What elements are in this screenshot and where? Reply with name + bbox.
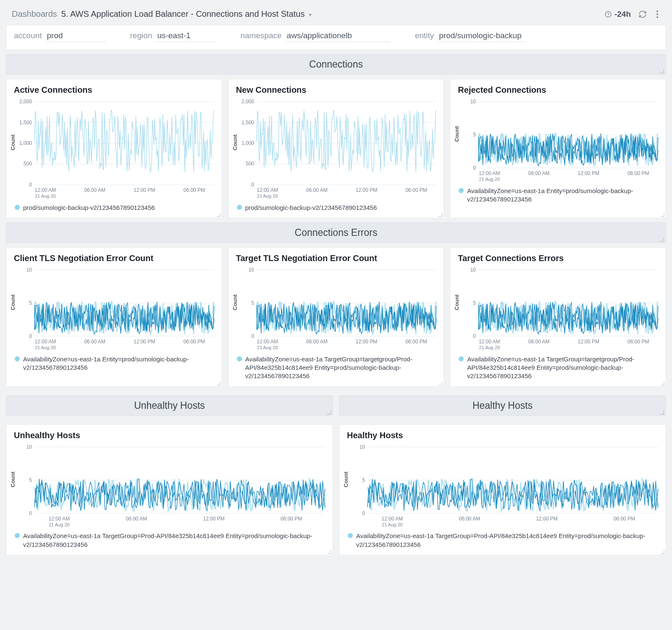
legend-swatch-icon <box>15 356 20 361</box>
svg-text:10: 10 <box>26 444 32 450</box>
line-chart[interactable]: 05001,0001,5002,000 <box>239 98 439 186</box>
line-chart[interactable]: 05001,0001,5002,000 <box>17 98 217 186</box>
x-axis-ticks: 12:00 AM21 Aug 2006:00 AM12:00 PM06:00 P… <box>453 338 663 351</box>
section-title: Connections <box>309 59 363 70</box>
y-axis-label: Count <box>342 444 350 515</box>
filter-value[interactable]: us-east-1 <box>156 31 215 42</box>
chart-legend: AvailabilityZone=us-east-1a Entity=prod/… <box>9 351 219 374</box>
line-chart[interactable]: 0510 <box>461 98 661 170</box>
svg-text:10: 10 <box>470 99 476 105</box>
resize-handle-icon[interactable] <box>661 382 664 386</box>
resize-handle-icon[interactable] <box>438 213 442 217</box>
x-axis-ticks: 12:00 AM21 Aug 2006:00 AM12:00 PM06:00 P… <box>9 338 219 351</box>
x-axis-ticks: 12:00 AM21 Aug 2006:00 AM12:00 PM06:00 P… <box>231 338 441 351</box>
kebab-menu-icon[interactable] <box>654 10 660 18</box>
resize-handle-icon[interactable] <box>327 410 331 415</box>
legend-swatch-icon <box>237 356 242 361</box>
svg-text:2,000: 2,000 <box>242 99 254 105</box>
resize-handle-icon[interactable] <box>661 213 664 217</box>
line-chart[interactable]: 0510 <box>350 444 661 515</box>
svg-text:0: 0 <box>473 165 476 170</box>
svg-point-3 <box>656 16 658 18</box>
panel-title: Target TLS Negotiation Error Count <box>231 254 441 267</box>
filter-region[interactable]: region us-east-1 <box>130 31 215 42</box>
panel-new-connections: New Connections Count 05001,0001,5002,00… <box>228 79 444 218</box>
panel-rejected-connections: Rejected Connections Count 0510 12:00 AM… <box>450 79 666 218</box>
svg-text:500: 500 <box>246 161 254 167</box>
filter-namespace[interactable]: namespace aws/applicationelb <box>240 31 390 42</box>
svg-text:10: 10 <box>360 444 365 450</box>
section-title: Healthy Hosts <box>472 400 533 411</box>
filter-value[interactable]: aws/applicationelb <box>286 31 390 42</box>
resize-handle-icon[interactable] <box>661 550 664 554</box>
resize-handle-icon[interactable] <box>217 382 220 386</box>
filter-value[interactable]: prod/sumologic-backup <box>438 31 525 42</box>
svg-text:5: 5 <box>362 477 365 483</box>
legend-swatch-icon <box>348 533 353 538</box>
svg-text:0: 0 <box>29 182 32 186</box>
x-axis-ticks: 12:00 AM21 Aug 2006:00 AM12:00 PM06:00 P… <box>342 515 663 528</box>
resize-handle-icon[interactable] <box>217 213 220 217</box>
filter-entity[interactable]: entity prod/sumologic-backup <box>415 31 525 42</box>
x-axis-ticks: 12:00 AM21 Aug 2006:00 AM12:00 PM06:00 P… <box>453 170 663 183</box>
legend-text: AvailabilityZone=us-east-1a TargetGroup=… <box>23 532 325 549</box>
line-chart[interactable]: 0510 <box>461 267 661 338</box>
svg-text:10: 10 <box>248 267 254 273</box>
filter-label: namespace <box>240 31 281 40</box>
svg-text:5: 5 <box>473 132 476 138</box>
panel-title: Unhealthy Hosts <box>9 431 330 444</box>
time-range-value: -24h <box>614 10 631 19</box>
legend-text: AvailabilityZone=us-east-1a Entity=prod/… <box>467 187 658 204</box>
svg-text:5: 5 <box>29 300 32 306</box>
refresh-icon[interactable] <box>638 10 647 18</box>
panel-unhealthy-hosts: Unhealthy Hosts Count 0510 12:00 AM21 Au… <box>6 424 333 555</box>
filter-value[interactable]: prod <box>46 31 105 42</box>
svg-text:0: 0 <box>473 333 476 338</box>
svg-text:10: 10 <box>470 267 476 273</box>
resize-handle-icon[interactable] <box>328 550 331 554</box>
resize-handle-icon[interactable] <box>660 238 664 242</box>
section-header-connections: Connections <box>6 54 666 75</box>
x-axis-ticks: 12:00 AM21 Aug 2006:00 AM12:00 PM06:00 P… <box>9 186 219 199</box>
legend-swatch-icon <box>459 356 464 361</box>
chart-legend: AvailabilityZone=us-east-1a TargetGroup=… <box>9 528 330 551</box>
resize-handle-icon[interactable] <box>438 382 442 386</box>
line-chart[interactable]: 0510 <box>17 444 328 515</box>
svg-text:0: 0 <box>251 182 254 186</box>
legend-swatch-icon <box>237 205 242 210</box>
line-chart[interactable]: 0510 <box>17 267 217 338</box>
legend-text: AvailabilityZone=us-east-1a TargetGroup=… <box>467 355 658 381</box>
line-chart[interactable]: 0510 <box>239 267 439 338</box>
y-axis-label: Count <box>9 267 17 338</box>
section-header-healthy-hosts: Healthy Hosts <box>339 395 666 416</box>
section-header-unhealthy-hosts: Unhealthy Hosts <box>6 395 333 416</box>
dashboard-title[interactable]: 5. AWS Application Load Balancer - Conne… <box>61 9 312 19</box>
filter-bar: account prod region us-east-1 namespace … <box>6 25 666 50</box>
resize-handle-icon[interactable] <box>660 410 664 415</box>
breadcrumb[interactable]: Dashboards <box>12 9 57 19</box>
chart-legend: AvailabilityZone=us-east-1a TargetGroup=… <box>453 351 663 382</box>
top-bar: Dashboards 5. AWS Application Load Balan… <box>6 6 666 25</box>
legend-text: prod/sumologic-backup-v2/123456789012345… <box>23 204 155 212</box>
svg-text:1,000: 1,000 <box>242 140 254 146</box>
section-title: Connections Errors <box>295 227 378 238</box>
filter-account[interactable]: account prod <box>14 31 105 42</box>
legend-swatch-icon <box>459 188 464 193</box>
section-header-connections-errors: Connections Errors <box>6 222 666 243</box>
resize-handle-icon[interactable] <box>660 69 664 73</box>
chart-legend: prod/sumologic-backup-v2/123456789012345… <box>231 199 441 214</box>
y-axis-label: Count <box>9 444 17 515</box>
chevron-down-icon[interactable]: ▾ <box>309 11 312 18</box>
time-range-selector[interactable]: -24h <box>604 10 631 19</box>
svg-text:0: 0 <box>251 333 254 338</box>
legend-text: prod/sumologic-backup-v2/123456789012345… <box>245 204 377 212</box>
svg-text:0: 0 <box>29 333 32 338</box>
y-axis-label: Count <box>231 98 239 186</box>
panel-title: Client TLS Negotiation Error Count <box>9 254 219 267</box>
filter-label: entity <box>415 31 434 40</box>
svg-point-2 <box>656 13 658 15</box>
svg-text:5: 5 <box>29 477 32 483</box>
filter-label: region <box>130 31 152 40</box>
svg-text:1,500: 1,500 <box>242 120 254 125</box>
panel-healthy-hosts: Healthy Hosts Count 0510 12:00 AM21 Aug … <box>339 424 666 555</box>
